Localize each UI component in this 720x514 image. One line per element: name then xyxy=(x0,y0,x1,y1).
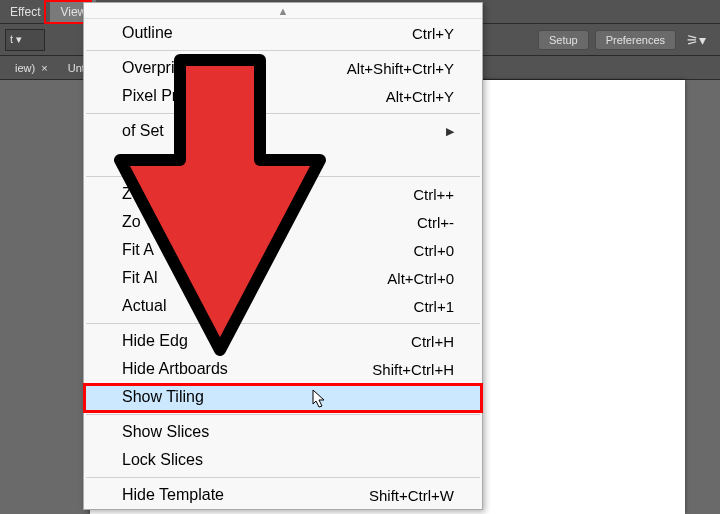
menu-shortcut: Alt+Ctrl+0 xyxy=(387,270,454,287)
menu-shortcut: Ctrl+H xyxy=(411,333,454,350)
menu-zoom-in[interactable]: Z Ctrl++ xyxy=(84,180,482,208)
menu-shortcut: Ctrl++ xyxy=(413,186,454,203)
doc-tab-1[interactable]: iew) × xyxy=(5,58,58,78)
menu-hide-edges[interactable]: Hide Edg Ctrl+H xyxy=(84,327,482,355)
menu-label: Lock Slices xyxy=(122,451,203,469)
separator xyxy=(86,414,480,415)
menu-proof-setup[interactable]: of Set ▶ xyxy=(84,117,482,145)
menu-label: of Set xyxy=(122,122,164,140)
view-dropdown: ▲ Outline Ctrl+Y Overprint Alt+Shift+Ctr… xyxy=(83,2,483,510)
menu-label: Hide Template xyxy=(122,486,224,504)
menu-shortcut: Alt+Ctrl+Y xyxy=(386,88,454,105)
menu-show-tiling[interactable]: Show Tiling xyxy=(84,383,482,411)
menu-label: Overprint xyxy=(122,59,188,77)
menu-label: Show Tiling xyxy=(122,388,204,406)
menu-shortcut: Ctrl+0 xyxy=(414,242,454,259)
separator xyxy=(86,176,480,177)
menu-fit-all[interactable]: Fit Al Alt+Ctrl+0 xyxy=(84,264,482,292)
separator xyxy=(86,113,480,114)
menu-show-slices[interactable]: Show Slices xyxy=(84,418,482,446)
menu-label: Fit Al xyxy=(122,269,158,287)
flyout-icon[interactable]: ⚞▾ xyxy=(682,32,710,48)
menu-label: Actual xyxy=(122,297,166,315)
menu-shortcut: Shift+Ctrl+W xyxy=(369,487,454,504)
menu-label: Show Slices xyxy=(122,423,209,441)
menu-shortcut: Ctrl+1 xyxy=(414,298,454,315)
menu-label: Fit A ow xyxy=(122,241,245,259)
menu-label: Hide Edg xyxy=(122,332,188,350)
menu-label: Z xyxy=(122,185,132,203)
menu-effect[interactable]: Effect xyxy=(0,0,50,23)
scroll-up-icon[interactable]: ▲ xyxy=(84,3,482,19)
menu-fit-artboard[interactable]: Fit A ow Ctrl+0 xyxy=(84,236,482,264)
separator xyxy=(86,50,480,51)
toolbar-dropdown-left[interactable]: t ▾ xyxy=(5,29,45,51)
menu-shortcut: Ctrl+Y xyxy=(412,25,454,42)
setup-button[interactable]: Setup xyxy=(538,30,589,50)
menu-lock-slices[interactable]: Lock Slices xyxy=(84,446,482,474)
menu-zoom-out[interactable]: Zo Ctrl+- xyxy=(84,208,482,236)
menu-label: Outline xyxy=(122,24,173,42)
menu-outline[interactable]: Outline Ctrl+Y xyxy=(84,19,482,47)
menu-shortcut: Shift+Ctrl+H xyxy=(372,361,454,378)
menu-label: Zo xyxy=(122,213,141,231)
menu-actual-size[interactable]: Actual Ctrl+1 xyxy=(84,292,482,320)
separator xyxy=(86,323,480,324)
menu-hide-template[interactable]: Hide Template Shift+Ctrl+W xyxy=(84,481,482,509)
menu-label: Pixel Prev xyxy=(122,87,194,105)
menu-overprint[interactable]: Overprint Alt+Shift+Ctrl+Y xyxy=(84,54,482,82)
menu-pixel-preview[interactable]: Pixel Prev Alt+Ctrl+Y xyxy=(84,82,482,110)
separator xyxy=(86,477,480,478)
menu-proof-colors[interactable] xyxy=(84,145,482,173)
menu-label: Hide Artboards xyxy=(122,360,228,378)
menu-shortcut: Ctrl+- xyxy=(417,214,454,231)
menu-hide-artboards[interactable]: Hide Artboards Shift+Ctrl+H xyxy=(84,355,482,383)
menu-shortcut: Alt+Shift+Ctrl+Y xyxy=(347,60,454,77)
preferences-button[interactable]: Preferences xyxy=(595,30,676,50)
submenu-arrow-icon: ▶ xyxy=(446,125,454,138)
